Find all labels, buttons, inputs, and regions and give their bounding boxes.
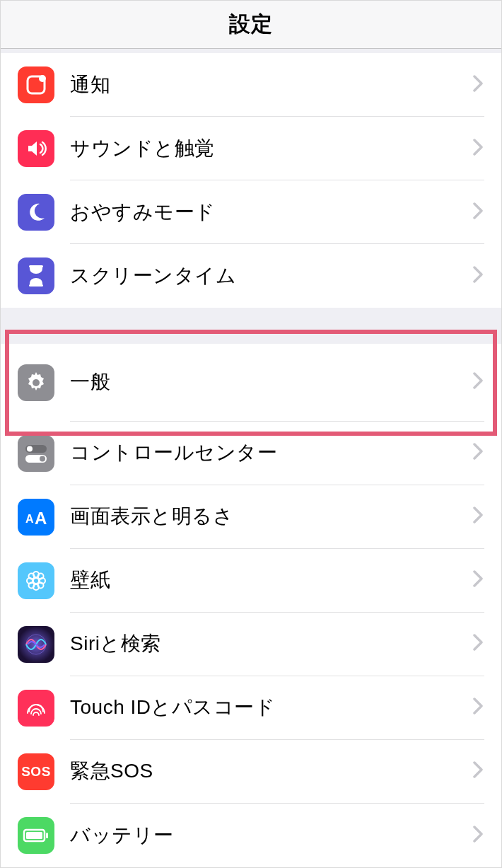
chevron-right-icon [473, 698, 483, 717]
hourglass-icon [18, 257, 54, 294]
svg-rect-23 [46, 833, 48, 838]
svg-text:A: A [25, 513, 34, 525]
svg-text:A: A [35, 509, 47, 528]
row-dnd[interactable]: おやすみモード [1, 180, 501, 244]
chevron-right-icon [473, 570, 483, 590]
fingerprint-icon [18, 690, 54, 727]
battery-icon [18, 817, 54, 854]
row-label: コントロールセンター [70, 439, 473, 466]
svg-point-1 [39, 75, 46, 82]
row-siri[interactable]: Siriと検索 [1, 613, 501, 676]
row-label: 緊急SOS [70, 758, 473, 785]
svg-point-11 [33, 578, 39, 584]
row-label: 画面表示と明るさ [70, 503, 473, 530]
sos-icon: SOS [18, 753, 54, 790]
chevron-right-icon [473, 75, 483, 95]
settings-group-2: 一般 コントロールセンター [1, 344, 501, 867]
row-label: 一般 [70, 369, 473, 395]
text-size-icon: A A [18, 499, 54, 536]
chevron-right-icon [473, 826, 483, 845]
chevron-right-icon [473, 443, 483, 463]
row-sounds[interactable]: サウンドと触覚 [1, 117, 501, 180]
section-gap [1, 308, 501, 344]
gear-icon [18, 364, 54, 401]
chevron-right-icon [473, 372, 483, 392]
page-title: 設定 [229, 10, 273, 39]
chevron-right-icon [473, 507, 483, 526]
svg-rect-3 [29, 284, 43, 287]
sound-icon [18, 130, 54, 167]
chevron-right-icon [473, 139, 483, 158]
siri-icon [18, 626, 54, 663]
row-touchid[interactable]: Touch IDとパスコード [1, 676, 501, 740]
row-label: Siriと検索 [70, 630, 473, 657]
svg-point-4 [33, 379, 40, 386]
row-notifications[interactable]: 通知 [1, 53, 501, 117]
svg-rect-2 [29, 265, 43, 267]
row-label: バッテリー [70, 822, 473, 849]
svg-rect-22 [26, 832, 42, 839]
row-label: おやすみモード [70, 199, 473, 226]
row-label: スクリーンタイム [70, 262, 473, 289]
chevron-right-icon [473, 634, 483, 654]
row-sos[interactable]: SOS 緊急SOS [1, 740, 501, 804]
row-wallpaper[interactable]: 壁紙 [1, 549, 501, 613]
sos-text: SOS [21, 764, 51, 780]
row-label: Touch IDとパスコード [70, 694, 473, 721]
chevron-right-icon [473, 761, 483, 781]
row-battery[interactable]: バッテリー [1, 804, 501, 867]
toggle-icon [18, 435, 54, 472]
row-label: サウンドと触覚 [70, 135, 473, 162]
row-control-center[interactable]: コントロールセンター [1, 422, 501, 485]
settings-screen: 設定 通知 [1, 1, 501, 867]
chevron-right-icon [473, 266, 483, 286]
notification-icon [18, 66, 54, 103]
row-label: 通知 [70, 71, 473, 98]
svg-point-8 [40, 456, 45, 461]
flower-icon [18, 562, 54, 599]
row-general[interactable]: 一般 [1, 344, 501, 422]
row-display[interactable]: A A 画面表示と明るさ [1, 485, 501, 549]
navbar: 設定 [1, 1, 501, 49]
moon-icon [18, 194, 54, 231]
chevron-right-icon [473, 202, 483, 222]
settings-group-1: 通知 サウンドと触覚 [1, 53, 501, 308]
row-label: 壁紙 [70, 567, 473, 594]
row-screentime[interactable]: スクリーンタイム [1, 244, 501, 308]
svg-point-6 [27, 446, 33, 451]
